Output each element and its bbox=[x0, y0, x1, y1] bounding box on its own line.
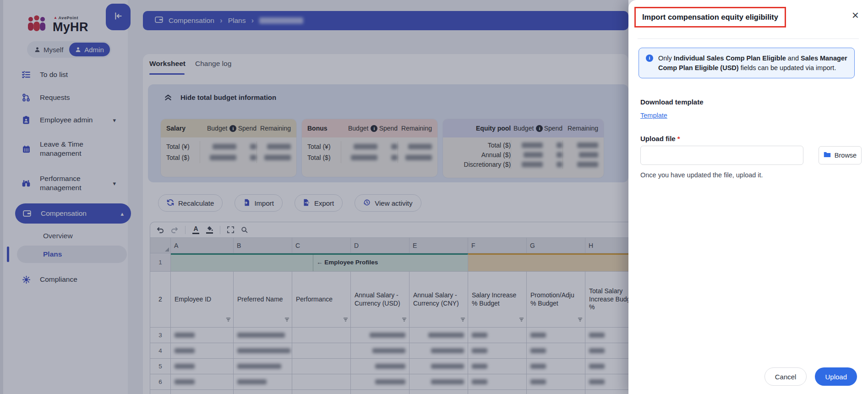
column-header-g[interactable]: G bbox=[527, 238, 585, 253]
header-cell-promotion-budget[interactable]: Promotion/Adju % Budget bbox=[527, 272, 585, 328]
cell[interactable] bbox=[468, 359, 527, 374]
browse-button[interactable]: Browse bbox=[819, 146, 862, 164]
select-all-corner[interactable] bbox=[150, 238, 171, 253]
cell[interactable] bbox=[527, 374, 585, 390]
sidebar-item-performance-management[interactable]: Performance management ▾ bbox=[14, 170, 123, 197]
budget-section-cell[interactable] bbox=[468, 253, 644, 272]
sidebar-item-to-do-list[interactable]: To do list bbox=[14, 65, 123, 85]
filter-icon[interactable] bbox=[284, 316, 289, 324]
info-icon[interactable] bbox=[536, 125, 543, 132]
header-cell-preferred-name[interactable]: Preferred Name bbox=[234, 272, 292, 328]
filter-icon[interactable] bbox=[343, 316, 348, 324]
info-icon[interactable] bbox=[371, 125, 377, 132]
cell[interactable] bbox=[292, 359, 351, 374]
cell[interactable] bbox=[234, 343, 292, 359]
column-header-b[interactable]: B bbox=[234, 238, 292, 253]
redacted-value bbox=[589, 364, 605, 369]
cell[interactable] bbox=[527, 359, 585, 374]
cell[interactable] bbox=[409, 343, 468, 359]
cell[interactable] bbox=[409, 328, 468, 343]
cell[interactable] bbox=[292, 374, 351, 390]
cell[interactable] bbox=[234, 328, 292, 343]
header-cell-employee-id[interactable]: Employee ID bbox=[171, 272, 234, 328]
sidebar-item-compliance[interactable]: Compliance bbox=[14, 269, 123, 290]
cell[interactable] bbox=[351, 374, 409, 390]
toggle-admin[interactable]: Admin bbox=[69, 43, 110, 56]
undo-icon[interactable] bbox=[157, 226, 164, 234]
chevron-down-icon: ▾ bbox=[113, 180, 116, 187]
column-header-f[interactable]: F bbox=[468, 238, 527, 253]
column-header-c[interactable]: C bbox=[292, 238, 351, 253]
header-cell-annual-salary-usd[interactable]: Annual Salary - Currency (USD) bbox=[351, 272, 409, 328]
filter-icon[interactable] bbox=[519, 316, 524, 324]
cancel-button[interactable]: Cancel bbox=[764, 367, 807, 386]
tab-change-log[interactable]: Change log bbox=[195, 60, 231, 68]
row-number[interactable]: 4 bbox=[150, 343, 171, 359]
view-activity-button[interactable]: View activity bbox=[355, 194, 421, 212]
cell[interactable] bbox=[468, 343, 527, 359]
column-header-d[interactable]: D bbox=[351, 238, 409, 253]
cell[interactable] bbox=[351, 343, 409, 359]
header-cell-salary-increase-budget[interactable]: Salary Increase % Budget bbox=[468, 272, 527, 328]
header-cell-performance[interactable]: Performance bbox=[292, 272, 351, 328]
redo-icon[interactable] bbox=[171, 226, 178, 234]
hide-budget-toggle-label[interactable]: Hide total budget information bbox=[180, 93, 276, 101]
sidebar-item-requests[interactable]: Requests bbox=[14, 88, 123, 108]
template-link[interactable]: Template bbox=[640, 112, 667, 119]
font-color-icon[interactable]: A bbox=[192, 225, 199, 234]
filter-icon[interactable] bbox=[578, 316, 583, 324]
redacted-value bbox=[431, 379, 464, 384]
breadcrumb-plans[interactable]: Plans bbox=[228, 16, 246, 25]
export-button[interactable]: Export bbox=[295, 194, 343, 212]
info-icon[interactable] bbox=[229, 125, 236, 132]
cell[interactable] bbox=[351, 359, 409, 374]
cell[interactable] bbox=[292, 343, 351, 359]
employee-profiles-section-cell[interactable]: ← Employee Profiles bbox=[171, 253, 468, 272]
column-header-e[interactable]: E bbox=[409, 238, 468, 253]
sidebar-item-compensation[interactable]: Compensation ▴ bbox=[15, 203, 131, 224]
cell[interactable] bbox=[234, 359, 292, 374]
double-chevron-up-icon[interactable] bbox=[164, 93, 172, 103]
row-number[interactable]: 6 bbox=[150, 374, 171, 390]
upload-button[interactable]: Upload bbox=[815, 367, 857, 386]
cell[interactable] bbox=[527, 343, 585, 359]
row-number[interactable]: 5 bbox=[150, 359, 171, 374]
fill-color-icon[interactable] bbox=[206, 226, 213, 234]
tab-worksheet[interactable]: Worksheet bbox=[149, 60, 186, 68]
sidebar-item-overview[interactable]: Overview bbox=[14, 228, 123, 244]
cell[interactable] bbox=[292, 328, 351, 343]
cell[interactable] bbox=[351, 328, 409, 343]
cell[interactable] bbox=[171, 328, 234, 343]
sidebar-item-employee-admin[interactable]: Employee admin ▾ bbox=[14, 110, 123, 130]
cell[interactable] bbox=[171, 343, 234, 359]
cell[interactable] bbox=[171, 374, 234, 390]
cell[interactable] bbox=[171, 359, 234, 374]
row-number[interactable]: 2 bbox=[150, 272, 171, 328]
filter-icon[interactable] bbox=[402, 316, 407, 324]
redacted-value bbox=[175, 348, 195, 353]
avepoint-brand: ▲ AvePoint bbox=[54, 16, 78, 20]
cell[interactable] bbox=[527, 328, 585, 343]
cell[interactable] bbox=[234, 374, 292, 390]
cell[interactable] bbox=[409, 359, 468, 374]
sidebar-item-plans[interactable]: Plans bbox=[17, 246, 127, 263]
recalculate-button[interactable]: Recalculate bbox=[158, 194, 223, 212]
breadcrumb-compensation[interactable]: Compensation bbox=[169, 16, 214, 25]
row-number[interactable]: 1 bbox=[150, 253, 171, 272]
row-number[interactable]: 3 bbox=[150, 328, 171, 343]
import-button[interactable]: Import bbox=[235, 194, 283, 212]
search-icon[interactable] bbox=[241, 226, 248, 233]
cell[interactable] bbox=[468, 374, 527, 390]
cell[interactable] bbox=[468, 328, 527, 343]
close-icon[interactable]: × bbox=[852, 9, 859, 21]
column-header-a[interactable]: A bbox=[171, 238, 234, 253]
cell[interactable] bbox=[409, 374, 468, 390]
toggle-myself[interactable]: Myself bbox=[27, 46, 69, 54]
filter-icon[interactable] bbox=[460, 316, 465, 324]
sidebar-item-leave-time-management[interactable]: Leave & Time management bbox=[14, 136, 123, 162]
filter-icon[interactable] bbox=[226, 316, 231, 324]
header-cell-annual-salary-cny[interactable]: Annual Salary - Currency (CNY) bbox=[409, 272, 468, 328]
sidebar-collapse-button[interactable] bbox=[106, 4, 131, 30]
selection-corners-icon[interactable] bbox=[227, 226, 234, 233]
upload-file-input[interactable] bbox=[640, 146, 803, 165]
